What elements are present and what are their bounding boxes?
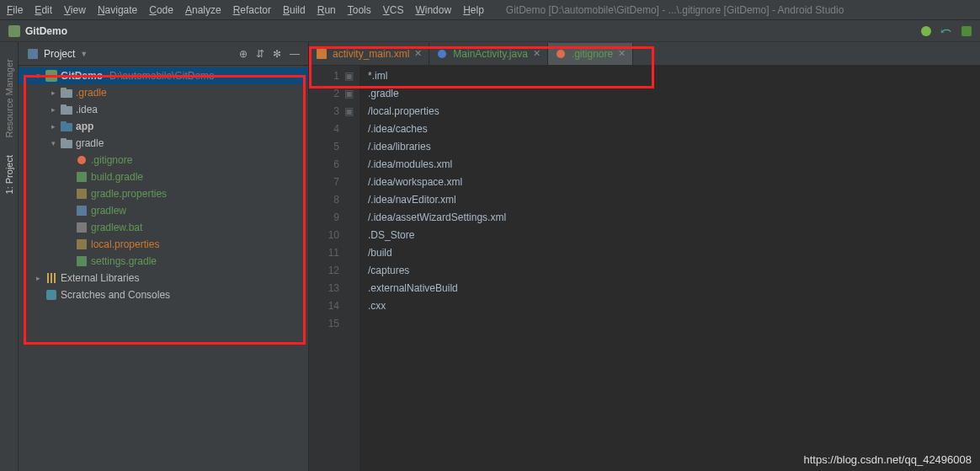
target-icon[interactable]: ⊕ [239, 48, 248, 60]
code-line[interactable]: /.idea/modules.xml [368, 156, 980, 174]
android-icon[interactable] [919, 25, 931, 37]
line-number: 1 [309, 67, 339, 85]
code-line[interactable]: .DS_Store [368, 227, 980, 244]
close-icon[interactable]: ✕ [618, 48, 626, 59]
tab-activity-main-xml[interactable]: activity_main.xml✕ [309, 43, 429, 65]
tree-label: app [76, 120, 93, 132]
menu-help[interactable]: Help [463, 4, 484, 16]
breadcrumb[interactable]: GitDemo [25, 25, 67, 37]
arrow-icon[interactable]: ▸ [49, 122, 57, 131]
menu-analyze[interactable]: Analyze [185, 4, 221, 16]
menu-edit[interactable]: Edit [35, 4, 52, 16]
tree-item--idea[interactable]: ▸.idea [19, 101, 308, 118]
menu-window[interactable]: Window [415, 4, 451, 16]
line-number: 11 [309, 244, 339, 262]
svg-rect-4 [45, 70, 57, 82]
svg-rect-2 [961, 26, 972, 36]
code-line[interactable]: /build [368, 244, 980, 262]
tree-item-app[interactable]: ▸app [19, 118, 308, 135]
code-lines[interactable]: *.iml.gradle/local.properties/.idea/cach… [360, 66, 980, 471]
tree-item-gradlew-bat[interactable]: gradlew.bat [19, 219, 308, 236]
tree-item-gradlew[interactable]: gradlew [19, 202, 308, 219]
close-icon[interactable]: ✕ [414, 48, 422, 59]
code-line[interactable]: /captures [368, 262, 980, 280]
avd-icon[interactable] [960, 25, 972, 37]
tree-item-gradle-properties[interactable]: gradle.properties [19, 185, 308, 202]
tab--gitignore[interactable]: .gitignore✕ [548, 43, 633, 65]
svg-rect-16 [77, 206, 87, 216]
arrow-icon[interactable]: ▸ [49, 105, 57, 114]
project-icon [45, 70, 57, 82]
tree-item-gitdemo[interactable]: ▾GitDemoD:\automobile\GitDemo [19, 67, 308, 84]
line-number: 4 [309, 120, 339, 138]
code-line[interactable]: .externalNativeBuild [368, 280, 980, 297]
tree-item--gradle[interactable]: ▸.gradle [19, 84, 308, 101]
arrow-icon[interactable]: ▸ [34, 274, 42, 282]
arrow-icon[interactable]: ▸ [49, 88, 57, 97]
code-editor[interactable]: 123456789101112131415 ▣▣▣ *.iml.gradle/l… [309, 66, 980, 471]
fold-mark[interactable]: ▣ [344, 85, 360, 103]
line-number: 14 [309, 297, 339, 315]
code-line[interactable]: /.idea/caches [368, 120, 980, 138]
menu-vcs[interactable]: VCS [383, 4, 404, 16]
project-tree[interactable]: ▾GitDemoD:\automobile\GitDemo▸.gradle▸.i… [19, 66, 308, 471]
line-number: 6 [309, 156, 339, 174]
fold-gutter[interactable]: ▣▣▣ [344, 66, 360, 471]
tree-label: External Libraries [61, 272, 139, 284]
menu-code[interactable]: Code [149, 4, 173, 16]
menu-navigate[interactable]: Navigate [98, 4, 137, 16]
tool-project[interactable]: 1: Project [4, 155, 14, 194]
tree-item-scratches-and-consoles[interactable]: Scratches and Consoles [19, 286, 308, 303]
tab-mainactivity-java[interactable]: MainActivity.java✕ [429, 43, 547, 65]
folder-icon [61, 104, 72, 115]
code-line[interactable] [368, 315, 980, 333]
fold-mark[interactable]: ▣ [344, 67, 360, 85]
java-icon [436, 48, 448, 60]
code-line[interactable]: /.idea/workspace.xml [368, 174, 980, 191]
code-line[interactable]: /.idea/assetWizardSettings.xml [368, 209, 980, 227]
tree-item-settings-gradle[interactable]: settings.gradle [19, 253, 308, 270]
arrow-icon[interactable]: ▾ [49, 139, 57, 147]
tree-label: gradle.properties [91, 188, 167, 200]
menu-tools[interactable]: Tools [348, 4, 371, 16]
code-line[interactable]: /.idea/navEditor.xml [368, 191, 980, 209]
tree-item-gradle[interactable]: ▾gradle [19, 135, 308, 152]
panel-header: Project ▼ ⊕ ⇵ ✻ — [19, 42, 308, 66]
line-number: 10 [309, 227, 339, 244]
tree-item-local-properties[interactable]: local.properties [19, 236, 308, 253]
scratch-icon [45, 289, 57, 301]
svg-rect-22 [54, 273, 56, 283]
tree-item-build-gradle[interactable]: build.gradle [19, 169, 308, 185]
gear-icon[interactable]: ✻ [273, 48, 281, 60]
hide-icon[interactable]: — [290, 48, 300, 60]
tree-label: gradlew.bat [91, 222, 142, 233]
tree-label: gradlew [91, 205, 126, 217]
menu-file[interactable]: File [7, 4, 23, 16]
menu-build[interactable]: Build [283, 4, 306, 16]
code-line[interactable]: .gradle [368, 85, 980, 103]
svg-rect-15 [77, 189, 87, 199]
close-icon[interactable]: ✕ [533, 48, 541, 59]
svg-rect-21 [51, 273, 52, 283]
panel-title[interactable]: Project [44, 48, 75, 60]
left-tool-strip: Resource Manager 1: Project [0, 42, 19, 471]
tree-item--gitignore[interactable]: .gitignore [19, 152, 308, 169]
code-line[interactable]: /.idea/libraries [368, 138, 980, 156]
menu-run[interactable]: Run [317, 4, 336, 16]
menu-view[interactable]: View [64, 4, 86, 16]
tool-resource-manager[interactable]: Resource Manager [4, 59, 14, 138]
menu-refactor[interactable]: Refactor [233, 4, 271, 16]
arrow-icon[interactable]: ▾ [34, 72, 42, 80]
panel-dropdown-icon[interactable]: ▼ [80, 50, 88, 58]
folder-icon [61, 137, 72, 149]
sync-icon[interactable]: ⤺ [940, 25, 951, 37]
tab-label: MainActivity.java [453, 48, 527, 60]
gradle-icon [76, 171, 88, 183]
code-line[interactable]: /local.properties [368, 103, 980, 120]
collapse-icon[interactable]: ⇵ [256, 48, 264, 60]
code-line[interactable]: .cxx [368, 297, 980, 315]
tree-label: .gitignore [91, 154, 132, 166]
code-line[interactable]: *.iml [368, 67, 980, 85]
fold-mark[interactable]: ▣ [344, 103, 360, 120]
tree-item-external-libraries[interactable]: ▸External Libraries [19, 270, 308, 286]
